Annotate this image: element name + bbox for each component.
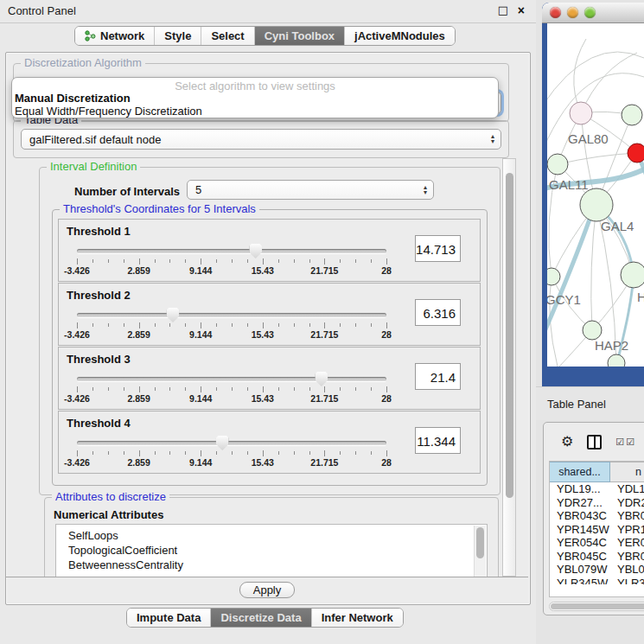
tab-style[interactable]: Style — [154, 27, 201, 45]
column-header[interactable]: n — [610, 462, 644, 482]
threshold-value-field[interactable]: 11.344 — [415, 427, 461, 454]
tab-select[interactable]: Select — [201, 27, 253, 45]
slider-tick — [108, 259, 109, 263]
table-hscrollbar-thumb[interactable] — [551, 603, 644, 609]
table-row[interactable]: YPR145WYPR1 — [550, 523, 644, 537]
table-row[interactable]: YER054CYER0 — [550, 536, 644, 550]
threshold-slider[interactable]: -3.4262.8599.14415.4321.71528 — [77, 370, 386, 406]
cell[interactable]: YPR1 — [610, 523, 644, 537]
gal80-node[interactable] — [570, 102, 592, 124]
columns-icon[interactable] — [587, 435, 602, 450]
slider-tick — [232, 323, 233, 327]
network-canvas[interactable]: GAL80GAL11GAL4GCY1HHAP2 — [547, 23, 644, 367]
slider-thumb[interactable] — [249, 244, 262, 258]
table-row[interactable]: YLR345WYLR3 — [550, 577, 644, 585]
cell[interactable]: YBR045C — [550, 550, 610, 564]
float-icon[interactable]: □ — [498, 3, 508, 16]
bottom-tab-impute-data[interactable]: Impute Data — [127, 609, 210, 627]
threshold-slider[interactable]: -3.4262.8599.14415.4321.71528 — [77, 242, 386, 278]
threshold-slider[interactable]: -3.4262.8599.14415.4321.71528 — [77, 434, 386, 470]
panel-scrollbar-thumb[interactable] — [506, 173, 513, 498]
cell[interactable]: YPR145W — [550, 523, 610, 537]
cell[interactable]: YLR3 — [610, 577, 644, 585]
network-icon — [85, 30, 96, 41]
table-hscrollbar[interactable] — [549, 602, 644, 611]
slider-thumb[interactable] — [166, 308, 179, 322]
cell[interactable]: YDL1 — [610, 482, 644, 496]
number-of-intervals-value: 5 — [195, 183, 201, 196]
cell[interactable]: YER054C — [550, 536, 610, 550]
attribute-item[interactable]: TopologicalCoefficient — [56, 543, 487, 558]
cell[interactable]: YDL19... — [550, 482, 610, 496]
slider-track[interactable] — [77, 441, 386, 445]
right-node[interactable] — [622, 105, 642, 125]
gcy1-node[interactable] — [547, 268, 560, 285]
list-scrollbar[interactable] — [474, 526, 486, 577]
cell[interactable]: YBL0 — [610, 563, 644, 577]
threshold-value-field[interactable]: 21.4 — [415, 363, 461, 390]
bottom-node[interactable] — [608, 354, 625, 367]
table-row[interactable]: YDR27...YDR2 — [550, 496, 644, 510]
cell[interactable]: YBR0 — [610, 550, 644, 564]
attributes-group: Attributes to discretize Numerical Attri… — [44, 497, 499, 577]
close-icon[interactable]: × — [518, 3, 525, 17]
slider-thumb[interactable] — [216, 436, 229, 450]
column-header[interactable]: shared... — [550, 462, 610, 482]
bottom-tab-infer-network[interactable]: Infer Network — [311, 609, 403, 627]
gal4-node[interactable] — [580, 188, 613, 221]
bottom-tab-discretize-data[interactable]: Discretize Data — [210, 609, 310, 627]
network-edge[interactable] — [581, 53, 637, 113]
screen: Control Panel □ × NetworkStyleSelectCyni… — [0, 0, 644, 644]
threshold-value-field[interactable]: 6.316 — [415, 299, 461, 326]
table-data-combo[interactable]: galFiltered.sif default node ▴▾ — [21, 129, 501, 150]
select-checkboxes-icon[interactable]: ☑☑ — [615, 437, 636, 448]
minimize-light[interactable] — [567, 7, 578, 18]
algorithm-option[interactable]: Equal Width/Frequency Discretization — [12, 105, 498, 118]
table-row[interactable]: YBL079WYBL0 — [550, 563, 644, 577]
gear-icon[interactable]: ⚙ — [561, 435, 573, 449]
red-node[interactable] — [628, 143, 644, 163]
combo-arrows-icon: ▴▾ — [491, 134, 494, 144]
tab-cyni-toolbox[interactable]: Cyni Toolbox — [254, 27, 344, 45]
table-row[interactable]: YDL19...YDL1 — [550, 482, 644, 496]
slider-tick — [92, 323, 93, 327]
slider-tick — [185, 451, 186, 455]
cell[interactable]: YDR2 — [610, 496, 644, 510]
threshold-value-field[interactable]: 14.713 — [415, 235, 461, 262]
cell[interactable]: YER0 — [610, 536, 644, 550]
threshold-label: Threshold 4 — [67, 417, 131, 430]
table-row[interactable]: YBR043CYBR0 — [550, 509, 644, 523]
network-edge[interactable] — [558, 153, 637, 164]
algorithm-option[interactable]: Manual Discretization — [12, 92, 498, 105]
attribute-item[interactable]: BetweennessCentrality — [56, 558, 487, 572]
network-edge[interactable] — [591, 205, 596, 330]
list-scrollbar-thumb[interactable] — [476, 527, 484, 558]
cell[interactable]: YBR0 — [610, 509, 644, 523]
cell[interactable]: YLR345W — [550, 577, 610, 585]
network-window-titlebar[interactable] — [542, 3, 644, 23]
hap2-node[interactable] — [583, 321, 602, 340]
threshold-slider[interactable]: -3.4262.8599.14415.4321.71528 — [77, 306, 386, 342]
slider-tick — [169, 259, 170, 263]
slider-track[interactable] — [77, 377, 386, 381]
gal11-node[interactable] — [547, 154, 568, 175]
panel-scrollbar[interactable] — [502, 158, 516, 577]
numerical-attributes-list[interactable]: SelfLoopsTopologicalCoefficientBetweenne… — [55, 524, 488, 577]
apply-button[interactable]: Apply — [239, 582, 296, 598]
table-row[interactable]: YBR045CYBR0 — [550, 550, 644, 564]
slider-tick — [294, 259, 295, 263]
slider-track[interactable] — [77, 313, 386, 317]
zoom-light[interactable] — [584, 7, 596, 18]
slider-thumb[interactable] — [315, 372, 328, 386]
tab-jactivemnodules[interactable]: jActiveMNodules — [344, 27, 455, 45]
tab-network[interactable]: Network — [75, 27, 154, 45]
slider-track[interactable] — [77, 249, 386, 253]
cell[interactable]: YBR043C — [550, 509, 610, 523]
cell[interactable]: YDR27... — [550, 496, 610, 510]
number-of-intervals-combo[interactable]: 5 ▴▾ — [187, 180, 434, 200]
h-node[interactable] — [621, 262, 644, 288]
attribute-item[interactable]: SelfLoops — [56, 528, 487, 543]
close-light[interactable] — [550, 7, 561, 18]
cell[interactable]: YBL079W — [550, 563, 610, 577]
network-edge[interactable] — [547, 52, 644, 106]
